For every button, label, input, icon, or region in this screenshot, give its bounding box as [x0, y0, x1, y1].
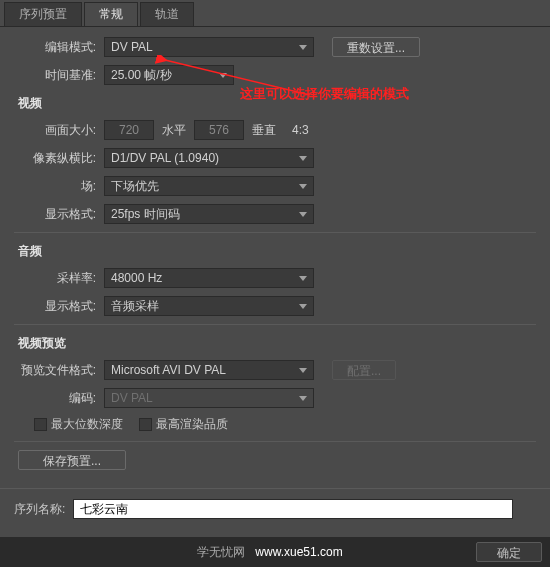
frame-size-label: 画面大小:: [14, 122, 104, 139]
tab-bar: 序列预置 常规 轨道: [0, 0, 550, 27]
edit-mode-value: DV PAL: [111, 40, 153, 54]
video-display-format-label: 显示格式:: [14, 206, 104, 223]
sample-rate-value: 48000 Hz: [111, 271, 162, 285]
audio-display-format-value: 音频采样: [111, 298, 159, 315]
sequence-name-input[interactable]: [73, 499, 513, 519]
vertical-label: 垂直: [244, 122, 284, 139]
frame-width-input[interactable]: 720: [104, 120, 154, 140]
chevron-down-icon: [299, 396, 307, 401]
watermark-url: www.xue51.com: [255, 545, 342, 559]
watermark-text: 学无忧网: [197, 544, 245, 561]
sample-rate-label: 采样率:: [14, 270, 104, 287]
reset-button[interactable]: 重数设置...: [332, 37, 420, 57]
timebase-value: 25.00 帧/秒: [111, 67, 172, 84]
timebase-dropdown[interactable]: 25.00 帧/秒: [104, 65, 234, 85]
chevron-down-icon: [299, 276, 307, 281]
pixel-aspect-label: 像素纵横比:: [14, 150, 104, 167]
horizontal-label: 水平: [154, 122, 194, 139]
save-preset-button[interactable]: 保存预置...: [18, 450, 126, 470]
confirm-button[interactable]: 确定: [476, 542, 542, 562]
edit-mode-dropdown[interactable]: DV PAL: [104, 37, 314, 57]
config-button: 配置...: [332, 360, 396, 380]
fields-value: 下场优先: [111, 178, 159, 195]
divider: [14, 232, 536, 233]
preview-file-format-dropdown[interactable]: Microsoft AVI DV PAL: [104, 360, 314, 380]
watermark-bar: 学无忧网 www.xue51.com 确定: [0, 537, 550, 567]
fields-label: 场:: [14, 178, 104, 195]
max-render-quality-checkbox[interactable]: [139, 418, 152, 431]
sample-rate-dropdown[interactable]: 48000 Hz: [104, 268, 314, 288]
chevron-down-icon: [219, 73, 227, 78]
edit-mode-label: 编辑模式:: [14, 39, 104, 56]
aspect-label: 4:3: [284, 123, 317, 137]
preview-section-title: 视频预览: [18, 335, 536, 352]
divider: [14, 441, 536, 442]
codec-label: 编码:: [14, 390, 104, 407]
chevron-down-icon: [299, 156, 307, 161]
tab-tracks[interactable]: 轨道: [140, 2, 194, 26]
video-display-format-dropdown[interactable]: 25fps 时间码: [104, 204, 314, 224]
sequence-name-label: 序列名称:: [14, 501, 73, 518]
codec-value: DV PAL: [111, 391, 153, 405]
tab-preset[interactable]: 序列预置: [4, 2, 82, 26]
max-bit-depth-checkbox[interactable]: [34, 418, 47, 431]
audio-display-format-label: 显示格式:: [14, 298, 104, 315]
general-pane: 编辑模式: DV PAL 重数设置... 时间基准: 25.00 帧/秒 视频 …: [0, 27, 550, 488]
fields-dropdown[interactable]: 下场优先: [104, 176, 314, 196]
audio-display-format-dropdown[interactable]: 音频采样: [104, 296, 314, 316]
divider: [14, 324, 536, 325]
timebase-label: 时间基准:: [14, 67, 104, 84]
frame-height-input[interactable]: 576: [194, 120, 244, 140]
codec-dropdown: DV PAL: [104, 388, 314, 408]
chevron-down-icon: [299, 45, 307, 50]
video-display-format-value: 25fps 时间码: [111, 206, 180, 223]
chevron-down-icon: [299, 212, 307, 217]
chevron-down-icon: [299, 368, 307, 373]
pixel-aspect-dropdown[interactable]: D1/DV PAL (1.0940): [104, 148, 314, 168]
video-section-title: 视频: [18, 95, 536, 112]
audio-section-title: 音频: [18, 243, 536, 260]
chevron-down-icon: [299, 184, 307, 189]
tab-general[interactable]: 常规: [84, 2, 138, 26]
max-bit-depth-label: 最大位数深度: [51, 416, 123, 433]
preview-file-format-value: Microsoft AVI DV PAL: [111, 363, 226, 377]
preview-file-format-label: 预览文件格式:: [14, 362, 104, 379]
chevron-down-icon: [299, 304, 307, 309]
pixel-aspect-value: D1/DV PAL (1.0940): [111, 151, 219, 165]
max-render-quality-label: 最高渲染品质: [156, 416, 228, 433]
